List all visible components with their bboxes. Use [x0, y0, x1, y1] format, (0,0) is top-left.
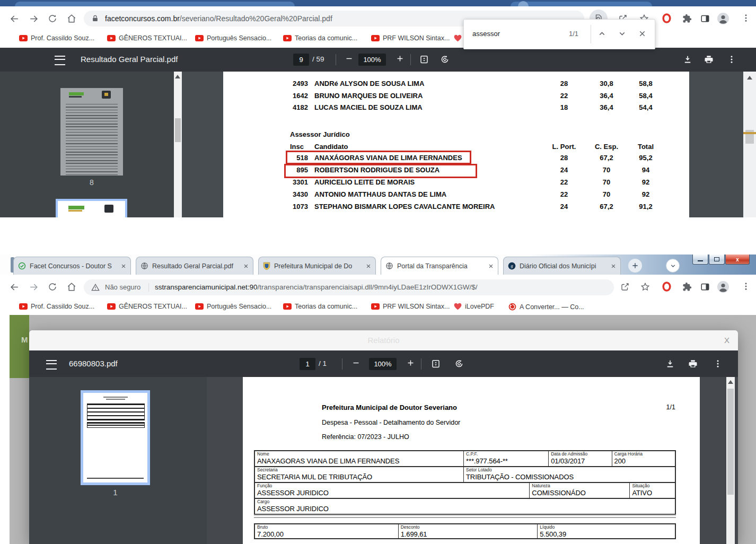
close-button[interactable]: x — [725, 255, 750, 265]
bookmark-item[interactable]: PRF WILSON Sintax... — [371, 34, 450, 42]
side-panel-icon[interactable] — [700, 14, 710, 23]
zoom-out-button[interactable] — [351, 358, 361, 367]
browser-menu-icon[interactable] — [741, 282, 751, 291]
tab-prefeitura[interactable]: Prefeitura Municipal de Do — [258, 257, 376, 275]
print-icon[interactable] — [704, 55, 714, 64]
tab-close-icon[interactable] — [611, 264, 616, 269]
zoom-in-button[interactable] — [395, 54, 405, 63]
lock-icon[interactable] — [91, 14, 99, 23]
bookmark-item[interactable] — [454, 34, 462, 42]
zoom-out-button[interactable] — [345, 54, 354, 63]
side-panel-icon[interactable] — [700, 282, 710, 292]
bookmark-item[interactable]: Prof. Cassildo Souz... — [19, 34, 94, 42]
tab-facet-concursos[interactable]: Facet Concursos - Doutor S — [13, 257, 131, 275]
bookmark-item[interactable]: Teorias da comunic... — [283, 34, 357, 42]
address-bar[interactable]: Não seguro sstransparenciamunicipal.net:… — [84, 279, 614, 295]
url-text[interactable]: facetconcursos.com.br/severiano/Resultad… — [105, 11, 332, 27]
thumbnail-page-8[interactable] — [60, 88, 123, 176]
tab-diario-oficial[interactable]: g Diário Oficial dos Municípi — [503, 257, 621, 275]
scroll-up-arrow[interactable] — [747, 76, 752, 80]
extension-opera-icon[interactable] — [662, 282, 672, 292]
bookmark-item[interactable]: GÊNEROS TEXTUAI... — [107, 34, 187, 42]
pdf-menu-icon[interactable] — [46, 360, 57, 368]
zoom-level[interactable]: 100% — [358, 54, 386, 66]
sidebar-scrollbar[interactable] — [174, 72, 182, 217]
tab-search-chevron-button[interactable] — [666, 259, 680, 273]
share-icon[interactable] — [620, 282, 630, 292]
restore-button[interactable] — [709, 255, 725, 265]
pdf-more-options-icon[interactable] — [727, 55, 736, 64]
find-next-button[interactable] — [618, 29, 627, 38]
print-icon[interactable] — [688, 359, 698, 368]
scrollbar-thumb[interactable] — [727, 389, 734, 495]
scrollbar-thumb[interactable] — [175, 118, 181, 142]
tab-close-icon[interactable] — [488, 264, 494, 269]
pdf-more-options-icon[interactable] — [713, 359, 723, 368]
youtube-icon — [283, 303, 292, 310]
pdf-page: 2493 ANDRé ALYSON DE SOUSA LIMA 28 30,8 … — [223, 72, 689, 217]
new-tab-button[interactable] — [628, 259, 642, 273]
home-button[interactable] — [67, 282, 76, 292]
table-cell: Situação ATIVO — [629, 483, 675, 498]
tab-resultado-pdf[interactable]: Resultado Geral Parcial.pdf — [136, 257, 253, 275]
bookmark-item[interactable]: Prof. Cassildo Souz... — [19, 303, 94, 310]
bookmark-item[interactable]: Português Sensacio... — [195, 34, 271, 42]
bookmark-star-icon[interactable] — [640, 282, 650, 292]
back-button[interactable] — [10, 282, 20, 292]
page-number-input[interactable]: 1 — [300, 358, 315, 370]
scroll-up-arrow[interactable] — [175, 75, 180, 78]
document-subtitle: Despesa - Pessoal - Detalhamento do Serv… — [322, 419, 460, 426]
download-icon[interactable] — [683, 55, 692, 64]
forward-button[interactable] — [29, 14, 39, 24]
zoom-in-button[interactable] — [406, 358, 415, 367]
bookmark-item[interactable]: GÊNEROS TEXTUAI... — [107, 303, 187, 310]
bookmark-item[interactable]: A Converter... — Co... — [508, 303, 584, 311]
url-text[interactable]: sstransparenciamunicipal.net:90/transpar… — [155, 279, 478, 295]
bookmark-item[interactable]: iLovePDF — [454, 303, 494, 310]
tab-portal-transparencia-active[interactable]: Portal da Transparência — [381, 257, 498, 275]
rotate-icon[interactable] — [440, 55, 450, 64]
tab-close-icon[interactable] — [366, 264, 371, 269]
table-row: Função ASSESSOR JURIDICO Natureza COMISS… — [255, 482, 675, 498]
tab-close-icon[interactable] — [243, 264, 249, 269]
tab-close-icon[interactable] — [121, 264, 126, 269]
find-previous-button[interactable] — [597, 29, 606, 38]
extension-opera-icon[interactable] — [662, 13, 672, 23]
rotate-icon[interactable] — [454, 359, 464, 368]
bookmark-item[interactable]: Teorias da comunic... — [283, 303, 357, 310]
page-number-input[interactable]: 9 — [293, 54, 309, 66]
home-button[interactable] — [67, 14, 76, 23]
fit-page-icon[interactable] — [419, 55, 429, 64]
thumbnail-page-1-selected[interactable] — [81, 390, 150, 485]
extensions-puzzle-icon[interactable] — [682, 14, 692, 23]
youtube-icon — [19, 303, 28, 310]
forward-button[interactable] — [29, 282, 39, 292]
find-input[interactable]: assessor — [472, 30, 500, 38]
table-cell: Líquido 5.500,39 — [537, 524, 675, 538]
pdf-menu-icon[interactable] — [55, 56, 65, 64]
bookmark-item[interactable]: Português Sensacio... — [195, 303, 271, 310]
zoom-level[interactable]: 100% — [369, 358, 397, 370]
divider — [336, 54, 336, 65]
fit-page-icon[interactable] — [431, 359, 441, 368]
reload-button[interactable] — [48, 14, 57, 23]
find-close-button[interactable] — [638, 29, 647, 38]
bookmark-item[interactable]: PRF WILSON Sintax... — [371, 303, 450, 310]
thumbnail-page-9-selected[interactable] — [56, 199, 127, 217]
extensions-puzzle-icon[interactable] — [682, 282, 692, 292]
main-scrollbar[interactable] — [743, 72, 756, 217]
security-label[interactable]: Não seguro — [105, 279, 140, 295]
profile-avatar[interactable] — [717, 280, 729, 293]
back-button[interactable] — [10, 14, 20, 24]
browser-menu-icon[interactable] — [741, 13, 751, 23]
warning-icon[interactable] — [91, 284, 100, 291]
page-green-panel — [10, 315, 29, 378]
modal-close-button[interactable]: X — [724, 336, 729, 345]
main-scrollbar[interactable] — [726, 377, 735, 544]
table-cell: Setor Lotado TRIBUTAÇÃO - COMISSIONADOS — [463, 467, 675, 482]
reload-button[interactable] — [48, 282, 57, 292]
minimize-button[interactable] — [692, 255, 708, 265]
scroll-up-arrow[interactable] — [728, 380, 733, 384]
download-icon[interactable] — [665, 359, 675, 368]
profile-avatar[interactable] — [717, 12, 729, 25]
